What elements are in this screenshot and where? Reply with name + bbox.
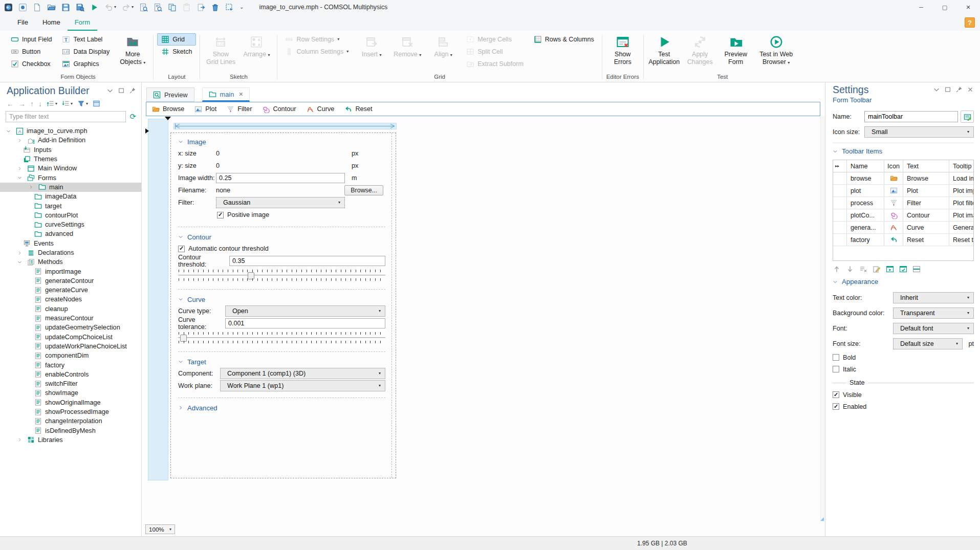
- form-toolbar-button-curve[interactable]: Curve: [307, 105, 335, 113]
- tree-node-curveSettings[interactable]: curveSettings: [0, 220, 141, 229]
- form-canvas[interactable]: Imagex: size0pxy: size0pxImage width:mFi…: [142, 116, 825, 536]
- checkbox-positive-image[interactable]: [217, 212, 224, 218]
- duplicate-button[interactable]: [197, 3, 205, 12]
- slider-thumb[interactable]: [180, 335, 187, 342]
- add-item-button[interactable]: [899, 265, 907, 275]
- tree-node-Methods[interactable]: Methods: [0, 257, 141, 267]
- tree-node-Themes[interactable]: Themes: [0, 155, 141, 164]
- redo-button[interactable]: ▾: [122, 3, 134, 12]
- run-button[interactable]: [90, 3, 99, 12]
- paste-button[interactable]: [182, 3, 191, 12]
- tree-node-changeInterpolation[interactable]: changeInterpolation: [0, 416, 141, 426]
- component-select[interactable]: Component 1 (comp1) (3D)▾: [220, 368, 385, 379]
- tree-node-createNodes[interactable]: createNodes: [0, 295, 141, 304]
- italic-checkbox[interactable]: [833, 366, 839, 372]
- table-row[interactable]: factoryResetReset to fact...: [833, 234, 973, 246]
- tree-node-factory[interactable]: factory: [0, 360, 141, 369]
- editor-tab-main[interactable]: main✕: [202, 87, 250, 102]
- ribbon-button-preview-form[interactable]: PreviewForm: [719, 33, 753, 66]
- ribbon-button-input-field[interactable]: Input Field: [7, 33, 56, 46]
- tree-node-image-to-curve-mph[interactable]: Aimage_to_curve.mph: [0, 126, 141, 136]
- name-input[interactable]: [864, 111, 958, 122]
- tree-node-updateCompChoiceList[interactable]: updateCompChoiceList: [0, 333, 141, 342]
- table-row[interactable]: plotCo...ContourPlot image c...: [833, 209, 973, 222]
- tree-node-contourPlot[interactable]: contourPlot: [0, 211, 141, 220]
- slider-thumb[interactable]: [248, 272, 254, 279]
- tree-node-isDefinedByMesh[interactable]: isDefinedByMesh: [0, 426, 141, 435]
- ribbon-button-text-label[interactable]: TText Label: [58, 33, 114, 46]
- table-row[interactable]: browseBrowseLoad image...: [833, 172, 973, 185]
- icon-size-select[interactable]: Small ▾: [864, 126, 974, 138]
- tree-node-Declarations[interactable]: Declarations: [0, 248, 141, 257]
- ribbon-button-arrange[interactable]: Arrange ▾: [239, 33, 273, 58]
- row-marker[interactable]: [145, 128, 149, 134]
- section-header-target[interactable]: Target: [178, 356, 385, 367]
- collapse-all-button[interactable]: ▾: [62, 100, 73, 107]
- threshold-slider[interactable]: [178, 268, 385, 282]
- panel-menu-button[interactable]: [933, 86, 940, 94]
- ribbon-button-merge-cells[interactable]: Merge Cells: [462, 33, 528, 46]
- font-size-select[interactable]: Default size▾: [893, 338, 963, 349]
- tree-node-main[interactable]: main: [0, 183, 141, 192]
- nav-forward-button[interactable]: →: [18, 100, 26, 107]
- bold-checkbox[interactable]: [833, 354, 839, 361]
- rename-button[interactable]: [961, 111, 974, 123]
- font-select[interactable]: Default font▾: [893, 323, 974, 334]
- save-button[interactable]: [61, 3, 70, 12]
- ribbon-button-test-application[interactable]: TestApplication: [647, 33, 681, 66]
- tree-node-Main-Window[interactable]: Main Window: [0, 164, 141, 173]
- tree-node-cleanup[interactable]: cleanup: [0, 304, 141, 314]
- maximize-button[interactable]: ▢: [933, 0, 956, 14]
- tree-node-Forms[interactable]: Forms: [0, 173, 141, 182]
- curve-tolerance-field[interactable]: [225, 318, 385, 328]
- ribbon-button-split-cell[interactable]: Split Cell: [462, 46, 528, 58]
- table-row[interactable]: plotPlotPlot importe...: [833, 185, 973, 197]
- section-header-curve[interactable]: Curve: [178, 294, 385, 305]
- tree-node-showProcessedImage[interactable]: showProcessedImage: [0, 407, 141, 416]
- ribbon-button-checkbox[interactable]: Checkbox: [7, 58, 56, 70]
- pin-button[interactable]: [129, 87, 136, 95]
- ribbon-button-test-in-web-browser[interactable]: Test in WebBrowser ▾: [755, 33, 798, 66]
- filter-select[interactable]: Gaussian▾: [216, 197, 345, 208]
- canvas-scrollbar[interactable]: [820, 116, 825, 522]
- tree-node-updateGeometrySelection[interactable]: updateGeometrySelection: [0, 323, 141, 332]
- checkbox-automatic-contour-threshold[interactable]: [178, 246, 185, 252]
- editor-tab-preview[interactable]: Preview: [146, 87, 194, 102]
- tree-node-showImage[interactable]: showImage: [0, 388, 141, 398]
- ribbon-tab-form[interactable]: Form: [68, 14, 97, 31]
- text-color-select[interactable]: Inherit▾: [893, 292, 974, 303]
- tree-node-Events[interactable]: Events: [0, 239, 141, 248]
- add-toggle-item-button[interactable]: [886, 265, 894, 275]
- tree-node-switchFilter[interactable]: switchFilter: [0, 379, 141, 388]
- ribbon-button-apply-changes[interactable]: ApplyChanges: [683, 33, 717, 66]
- tree-node-Libraries[interactable]: Libraries: [0, 435, 141, 445]
- help-button[interactable]: ?: [965, 17, 975, 28]
- ribbon-button-grid[interactable]: Grid: [157, 33, 196, 46]
- curve-type-select[interactable]: Open▾: [225, 305, 385, 317]
- tree-node-generateContour[interactable]: generateContour: [0, 276, 141, 285]
- ribbon-button-extract-subform[interactable]: Extract Subform: [462, 58, 528, 70]
- ribbon-button-rows-columns[interactable]: Rows & Columns: [530, 33, 598, 46]
- ribbon-button-show-errors[interactable]: ShowErrors: [606, 33, 640, 66]
- expand-all-button[interactable]: ▾: [47, 100, 57, 107]
- ribbon-button-remove[interactable]: Remove ▾: [390, 33, 424, 58]
- view-code-button[interactable]: [154, 3, 162, 12]
- threshold-slider[interactable]: [178, 331, 385, 345]
- undo-button[interactable]: ▾: [104, 3, 116, 12]
- section-header-contour[interactable]: Contour: [178, 231, 385, 243]
- ribbon-button-show-grid-lines[interactable]: 1.23ShowGrid Lines: [204, 33, 237, 66]
- zoom-control[interactable]: 100% ▾: [145, 524, 175, 534]
- delete-button[interactable]: [211, 3, 220, 12]
- comsol-logo-button[interactable]: [4, 3, 13, 12]
- move-item-down-button[interactable]: [846, 265, 854, 275]
- open-file-button[interactable]: [47, 3, 56, 12]
- tree-node-enableControls[interactable]: enableControls: [0, 370, 141, 379]
- close-button[interactable]: ✕: [956, 0, 980, 14]
- form-toolbar-button-filter[interactable]: Filter: [227, 105, 252, 113]
- desktop-button[interactable]: [18, 3, 27, 12]
- section-header-image[interactable]: Image: [178, 136, 385, 147]
- new-file-button[interactable]: [33, 3, 41, 12]
- contour-threshold-field[interactable]: [229, 256, 385, 266]
- ribbon-tab-home[interactable]: Home: [35, 14, 68, 31]
- section-header-advanced[interactable]: Advanced: [178, 402, 385, 413]
